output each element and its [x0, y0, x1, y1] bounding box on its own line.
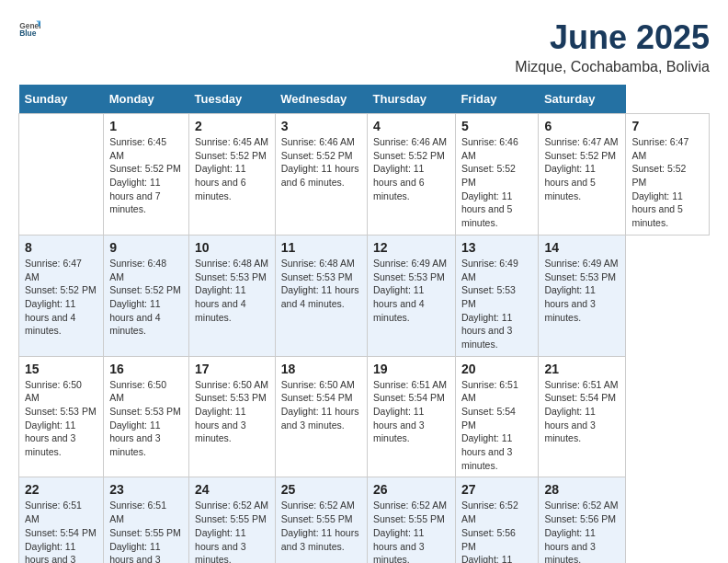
header-day-sunday: Sunday [19, 85, 104, 114]
sunrise-text: Sunrise: 6:46 AM [461, 136, 518, 161]
sunset-text: Sunset: 5:55 PM [109, 527, 181, 538]
day-number: 21 [544, 362, 620, 376]
daylight-text: Daylight: 11 hours and 3 minutes. [25, 541, 75, 564]
calendar-week-3: 15Sunrise: 6:50 AMSunset: 5:53 PMDayligh… [19, 356, 710, 477]
calendar-title: June 2025 [515, 18, 710, 57]
logo-icon: General Blue [18, 18, 40, 40]
day-number: 27 [461, 482, 533, 497]
sunset-text: Sunset: 5:54 PM [373, 392, 445, 403]
day-number: 19 [373, 362, 449, 376]
sunset-text: Sunset: 5:54 PM [461, 406, 516, 431]
day-number: 18 [281, 362, 361, 376]
sunset-text: Sunset: 5:52 PM [109, 284, 181, 295]
sunset-text: Sunset: 5:52 PM [281, 150, 353, 161]
sunset-text: Sunset: 5:54 PM [544, 392, 616, 403]
day-info: Sunrise: 6:47 AMSunset: 5:52 PMDaylight:… [544, 135, 620, 202]
sunrise-text: Sunrise: 6:52 AM [373, 500, 447, 511]
day-number: 24 [195, 482, 269, 497]
day-number: 5 [461, 119, 533, 133]
sunrise-text: Sunrise: 6:50 AM [109, 379, 166, 404]
sunrise-text: Sunrise: 6:45 AM [109, 136, 166, 161]
day-number: 23 [109, 482, 183, 497]
day-number: 9 [109, 240, 183, 255]
day-number: 6 [544, 119, 620, 133]
sunrise-text: Sunrise: 6:46 AM [373, 136, 447, 147]
day-info: Sunrise: 6:50 AMSunset: 5:53 PMDaylight:… [109, 378, 183, 459]
sunset-text: Sunset: 5:52 PM [373, 150, 445, 161]
calendar-cell: 14Sunrise: 6:49 AMSunset: 5:53 PMDayligh… [539, 235, 626, 356]
day-info: Sunrise: 6:52 AMSunset: 5:55 PMDaylight:… [373, 499, 449, 563]
sunset-text: Sunset: 5:53 PM [195, 271, 267, 282]
daylight-text: Daylight: 11 hours and 5 minutes. [544, 163, 595, 201]
day-number: 22 [25, 482, 97, 497]
sunrise-text: Sunrise: 6:46 AM [281, 136, 355, 147]
daylight-text: Daylight: 11 hours and 3 minutes. [544, 527, 595, 563]
day-number: 10 [195, 240, 269, 255]
day-info: Sunrise: 6:52 AMSunset: 5:55 PMDaylight:… [195, 499, 269, 563]
sunset-text: Sunset: 5:52 PM [461, 163, 516, 188]
sunset-text: Sunset: 5:53 PM [461, 284, 516, 309]
logo: General Blue [18, 18, 40, 40]
calendar-cell: 16Sunrise: 6:50 AMSunset: 5:53 PMDayligh… [104, 356, 189, 477]
sunset-text: Sunset: 5:52 PM [25, 284, 97, 295]
sunset-text: Sunset: 5:52 PM [195, 150, 267, 161]
daylight-text: Daylight: 11 hours and 7 minutes. [109, 177, 160, 214]
sunrise-text: Sunrise: 6:49 AM [373, 258, 447, 269]
daylight-text: Daylight: 11 hours and 3 minutes. [461, 312, 512, 350]
calendar-cell: 7Sunrise: 6:47 AMSunset: 5:52 PMDaylight… [626, 114, 710, 236]
sunset-text: Sunset: 5:56 PM [544, 513, 616, 524]
sunrise-text: Sunrise: 6:52 AM [195, 500, 268, 511]
day-number: 12 [373, 240, 449, 255]
header-day-friday: Friday [455, 85, 539, 114]
sunrise-text: Sunrise: 6:48 AM [195, 258, 268, 269]
calendar-cell: 8Sunrise: 6:47 AMSunset: 5:52 PMDaylight… [19, 235, 104, 356]
daylight-text: Daylight: 11 hours and 3 minutes. [109, 419, 160, 457]
daylight-text: Daylight: 11 hours and 5 minutes. [461, 190, 512, 228]
sunset-text: Sunset: 5:53 PM [544, 271, 616, 282]
sunrise-text: Sunrise: 6:52 AM [461, 500, 518, 524]
calendar-cell: 5Sunrise: 6:46 AMSunset: 5:52 PMDaylight… [455, 114, 539, 236]
calendar-cell: 22Sunrise: 6:51 AMSunset: 5:54 PMDayligh… [19, 477, 104, 563]
sunrise-text: Sunrise: 6:51 AM [373, 379, 447, 390]
svg-text:Blue: Blue [19, 29, 37, 38]
sunrise-text: Sunrise: 6:47 AM [631, 136, 688, 161]
sunset-text: Sunset: 5:53 PM [25, 406, 97, 417]
sunset-text: Sunset: 5:53 PM [373, 271, 445, 282]
day-info: Sunrise: 6:51 AMSunset: 5:54 PMDaylight:… [25, 499, 97, 563]
calendar-cell: 19Sunrise: 6:51 AMSunset: 5:54 PMDayligh… [368, 356, 456, 477]
daylight-text: Daylight: 11 hours and 3 minutes. [544, 284, 595, 322]
day-number: 3 [281, 119, 361, 133]
calendar-cell: 13Sunrise: 6:49 AMSunset: 5:53 PMDayligh… [455, 235, 539, 356]
day-info: Sunrise: 6:52 AMSunset: 5:56 PMDaylight:… [544, 499, 620, 563]
header-day-thursday: Thursday [368, 85, 456, 114]
daylight-text: Daylight: 11 hours and 3 minutes. [373, 527, 424, 563]
sunset-text: Sunset: 5:55 PM [195, 513, 267, 524]
day-number: 13 [461, 240, 533, 255]
sunset-text: Sunset: 5:52 PM [631, 163, 686, 188]
calendar-body: 1Sunrise: 6:45 AMSunset: 5:52 PMDaylight… [19, 114, 710, 564]
day-info: Sunrise: 6:49 AMSunset: 5:53 PMDaylight:… [461, 257, 533, 351]
day-info: Sunrise: 6:46 AMSunset: 5:52 PMDaylight:… [281, 135, 361, 190]
calendar-week-2: 8Sunrise: 6:47 AMSunset: 5:52 PMDaylight… [19, 235, 710, 356]
sunset-text: Sunset: 5:52 PM [544, 150, 616, 161]
day-number: 15 [25, 362, 97, 376]
daylight-text: Daylight: 11 hours and 6 minutes. [281, 163, 359, 188]
sunrise-text: Sunrise: 6:45 AM [195, 136, 268, 147]
sunset-text: Sunset: 5:53 PM [281, 271, 353, 282]
day-number: 20 [461, 362, 533, 376]
calendar-week-4: 22Sunrise: 6:51 AMSunset: 5:54 PMDayligh… [19, 477, 710, 563]
day-info: Sunrise: 6:51 AMSunset: 5:54 PMDaylight:… [373, 378, 449, 445]
title-area: June 2025 Mizque, Cochabamba, Bolivia [515, 18, 710, 75]
daylight-text: Daylight: 11 hours and 4 minutes. [195, 284, 245, 322]
day-info: Sunrise: 6:47 AMSunset: 5:52 PMDaylight:… [25, 257, 97, 338]
calendar-cell: 4Sunrise: 6:46 AMSunset: 5:52 PMDaylight… [368, 114, 456, 236]
calendar-cell: 17Sunrise: 6:50 AMSunset: 5:53 PMDayligh… [189, 356, 276, 477]
day-info: Sunrise: 6:49 AMSunset: 5:53 PMDaylight:… [373, 257, 449, 324]
sunrise-text: Sunrise: 6:51 AM [109, 500, 166, 524]
calendar-cell: 28Sunrise: 6:52 AMSunset: 5:56 PMDayligh… [539, 477, 626, 563]
sunrise-text: Sunrise: 6:48 AM [281, 258, 355, 269]
calendar-cell: 9Sunrise: 6:48 AMSunset: 5:52 PMDaylight… [104, 235, 189, 356]
day-info: Sunrise: 6:50 AMSunset: 5:54 PMDaylight:… [281, 378, 361, 432]
daylight-text: Daylight: 11 hours and 4 minutes. [109, 298, 160, 336]
daylight-text: Daylight: 11 hours and 3 minutes. [109, 541, 160, 564]
